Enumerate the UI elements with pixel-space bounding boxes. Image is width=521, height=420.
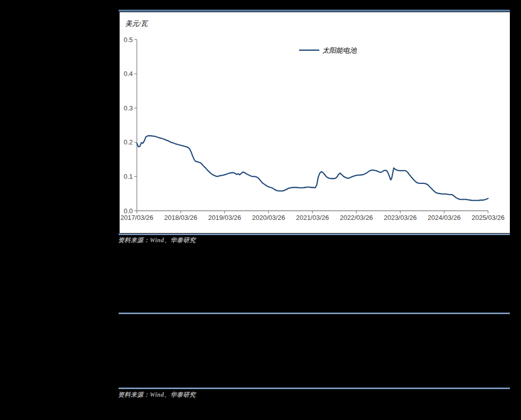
report-page: { "colors": { "page_background": "#00000… [0,0,521,420]
divider-rule [119,313,510,314]
x-tick-label: 2018/03/26 [164,214,197,221]
x-tick-label: 2020/03/26 [252,214,285,221]
legend-label: 太阳能电池 [322,47,357,54]
y-tick-label: 0.5 [124,36,133,44]
y-tick-label: 0.3 [124,104,133,112]
x-tick-label: 2023/03/26 [384,214,417,221]
solar-cell-price-chart: 美元/瓦 太阳能电池 0.00.10.20.30.40.52017/03/262… [120,12,510,233]
y-axis-unit-label: 美元/瓦 [125,20,149,27]
y-tick-label: 0.1 [124,173,133,180]
divider-rule [119,388,510,389]
x-tick-label: 2017/03/26 [120,214,153,221]
divider-rule [119,234,510,235]
price-line [137,136,488,201]
top-rule [119,10,510,12]
chart-panel: 美元/瓦 太阳能电池 0.00.10.20.30.40.52017/03/262… [120,12,510,233]
x-tick-label: 2022/03/26 [340,214,373,221]
x-tick-label: 2025/03/26 [471,214,504,221]
y-tick-label: 0.2 [124,138,133,146]
source-caption: 资料来源：Wind、华泰研究 [118,237,196,244]
source-caption: 资料来源：Wind、华泰研究 [118,391,196,398]
y-tick-label: 0.4 [124,70,133,78]
x-tick-label: 2021/03/26 [296,214,329,221]
x-tick-label: 2019/03/26 [208,214,241,221]
x-tick-label: 2024/03/26 [428,214,461,221]
